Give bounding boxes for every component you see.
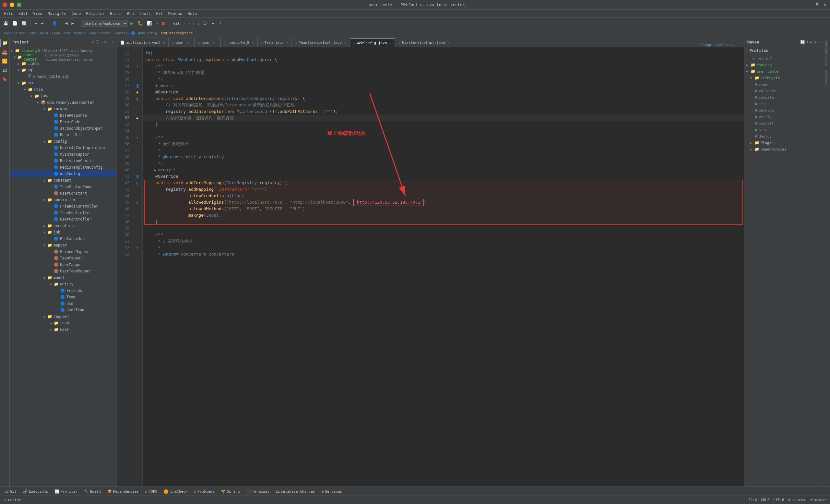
tree-UserConstant[interactable]: 🟤 UserConstant — [10, 190, 117, 196]
mv-verify[interactable]: ⚙ verify — [745, 114, 822, 120]
tree-Friends[interactable]: 🔵 Friends — [10, 287, 117, 294]
tab-yaml[interactable]: 📄 application.yaml ✕ — [117, 38, 168, 47]
maven-download-icon[interactable]: ⬇ — [806, 40, 808, 44]
forward-icon[interactable]: → — [40, 20, 45, 26]
tab-user1[interactable]: ☕ user ✕ — [168, 38, 195, 47]
yaml-tab-close[interactable]: ✕ — [163, 41, 165, 44]
menu-help[interactable]: Help — [185, 11, 199, 17]
mv-install[interactable]: ⚙ install — [745, 120, 822, 126]
rvt-database[interactable]: Database — [824, 68, 829, 89]
sb-encoding[interactable]: UTF-8 — [773, 498, 784, 502]
menu-edit[interactable]: Edit — [16, 11, 30, 17]
tree-sql[interactable]: ▼ 📁 sql — [10, 67, 117, 73]
tree-Team[interactable]: 🔵 Team — [10, 294, 117, 300]
mv-fanxing[interactable]: ▶ 📁 fanxing — [745, 62, 822, 68]
mv-lifecycle[interactable]: ▼ 📁 Lifecycle — [745, 74, 822, 81]
mv-plugins[interactable]: ▶ 📁 Plugins — [745, 139, 822, 146]
bc-java[interactable]: java — [52, 31, 60, 35]
code-editor[interactable]: f4j public class WebConfig implements We… — [143, 48, 744, 260]
bt-spring[interactable]: 🌱 Spring — [218, 487, 243, 496]
menu-window[interactable]: Window — [166, 11, 185, 17]
menu-run[interactable]: Run — [124, 11, 136, 17]
tree-TeamStatusEnum[interactable]: 🔵 TeamStatusEnum — [10, 184, 117, 190]
sb-position[interactable]: 32:6 — [748, 498, 757, 502]
tree-RedisTemplateConfig[interactable]: 🔵 RedisTemplateConfig — [10, 164, 117, 170]
save-icon[interactable]: 💾 — [2, 20, 10, 26]
tree-request[interactable]: ▼ 📁 request — [10, 313, 117, 320]
mv-usercenter[interactable]: ▼ 📁 user-center — [745, 68, 822, 74]
tree-main[interactable]: ▼ 📁 main — [10, 86, 117, 93]
tree-common[interactable]: ▼ 📁 common — [10, 106, 117, 112]
tree-mapper[interactable]: ▼ 📁 mapper — [10, 242, 117, 248]
tree-UserController[interactable]: 🔵 UserController — [10, 216, 117, 222]
user2-tab-close[interactable]: ✕ — [213, 41, 215, 44]
tree-RedissionConfig[interactable]: 🔵 RedissionConfig — [10, 158, 117, 164]
menu-navigate[interactable]: Navigate — [45, 11, 69, 17]
bc-webconfig[interactable]: 🔵 WebConfig — [131, 31, 157, 35]
tree-exception[interactable]: ▶ 📁 exception — [10, 222, 117, 229]
back-icon[interactable]: ← — [33, 20, 39, 26]
tree-team-req[interactable]: ▶ 📁 team — [10, 320, 117, 326]
forward2-icon[interactable]: ▶ — [70, 20, 75, 26]
git-undo-icon[interactable]: ↩ — [211, 20, 216, 26]
tree-JacksonObjectMapper[interactable]: 🔵 JacksonObjectMapper — [10, 125, 117, 132]
bt-terminal[interactable]: ⬛ Terminal — [243, 487, 273, 496]
sb-branch[interactable]: ⎇ master — [3, 498, 21, 502]
profile-button[interactable]: ⚡ — [154, 20, 160, 26]
debug-button[interactable]: 🐛 — [136, 20, 144, 26]
tree-user-req[interactable]: ▶ 📁 user — [10, 326, 117, 333]
user1-tab-close[interactable]: ✕ — [187, 41, 189, 44]
bt-git[interactable]: ⎇ Git — [1, 487, 20, 496]
menu-view[interactable]: View — [30, 11, 45, 17]
sb-branch-right[interactable]: ⎇ master — [809, 498, 827, 502]
tab-user2[interactable]: ☕ user ✕ — [195, 38, 220, 47]
tree-model[interactable]: ▼ 📁 model — [10, 274, 117, 281]
tree-controller[interactable]: ▼ 📁 controller — [10, 196, 117, 203]
ph-sort-icon[interactable]: ↕ — [108, 40, 110, 44]
git-pull-icon[interactable]: ↓ — [197, 21, 199, 26]
tree-com[interactable]: ▼ 📦 com.memory.usercenter — [10, 99, 117, 106]
git-update-icon[interactable]: ⏱ — [202, 20, 209, 26]
bt-todo[interactable]: ☑ TODO — [142, 487, 160, 496]
mv-test[interactable]: ⚙ test — [745, 100, 822, 107]
bt-build[interactable]: 🔨 Build — [81, 487, 104, 496]
minimize-button[interactable] — [10, 3, 14, 7]
close-button[interactable] — [3, 3, 7, 7]
save-all-icon[interactable]: 📄 — [11, 20, 19, 26]
maven-close-icon[interactable]: ✕ — [817, 40, 820, 44]
bc-usercenter[interactable]: usercenter — [90, 31, 111, 35]
structure-icon[interactable]: 🗂 — [0, 66, 9, 74]
tree-src[interactable]: ▼ 📁 src — [10, 80, 117, 86]
back2-icon[interactable]: ◀ — [64, 20, 69, 26]
project-icon[interactable]: 📁 — [0, 39, 9, 47]
tree-java[interactable]: ▼ 📁 java — [10, 93, 117, 99]
tree-constant[interactable]: ▼ 📁 constant — [10, 177, 117, 184]
pullrequest-icon[interactable]: 🔀 — [0, 57, 9, 65]
sync-icon[interactable]: 🔄 — [20, 20, 28, 26]
mv-site[interactable]: ⚙ site — [745, 126, 822, 133]
tree-WebConfig[interactable]: 🔵 WebConfig — [10, 170, 117, 177]
bt-luacheck[interactable]: LuaCheck — [160, 487, 191, 496]
tree-idea[interactable]: ▶ 📁 .idea — [10, 60, 117, 67]
bt-dbchanges[interactable]: 🗃 Database Changes — [273, 487, 318, 496]
tab-webconfig[interactable]: ☕ WebConfig.java ✕ — [350, 38, 395, 47]
bookmarks-icon[interactable]: 🔖 — [0, 75, 9, 83]
mv-package[interactable]: ⚙ package — [745, 107, 822, 114]
tab-teamjava[interactable]: ☕ Team.java ✕ — [257, 38, 292, 47]
ph-gear-icon[interactable]: ⚙ — [92, 40, 94, 44]
bt-profiler[interactable]: 📈 Profiler — [51, 487, 81, 496]
mv-clean[interactable]: ⚙ clean — [745, 81, 822, 88]
maximize-button[interactable] — [17, 3, 22, 7]
tree-FriendsMapper[interactable]: 🟤 FriendsMapper — [10, 248, 117, 255]
bt-services[interactable]: ⚙ Services — [318, 487, 346, 496]
menu-refactor[interactable]: Refactor — [83, 11, 107, 17]
maven-settings-icon[interactable]: ⚙ — [814, 40, 816, 44]
search-everywhere-icon[interactable]: 🔍 — [814, 2, 821, 7]
bc-user-center[interactable]: user-center — [3, 31, 26, 35]
mv-jdk17[interactable]: ⚙ jdk-1.7 — [745, 55, 822, 62]
tree-TeamController[interactable]: 🔵 TeamController — [10, 210, 117, 216]
userservice-tab-close[interactable]: ✕ — [447, 41, 449, 44]
tree-UserTeamMapper[interactable]: 🟤 UserTeamMapper — [10, 268, 117, 274]
stop-button[interactable]: ■ — [161, 20, 166, 26]
tab-userservice[interactable]: ☕ UserServiceImpl.java ✕ — [395, 38, 453, 47]
